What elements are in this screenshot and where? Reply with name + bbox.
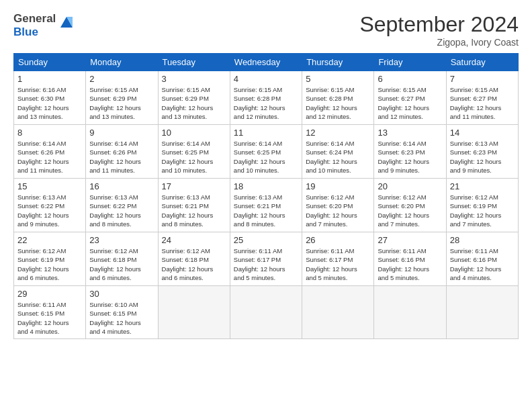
day-info: Sunrise: 6:16 AM Sunset: 6:30 PM Dayligh… [17,85,82,121]
day-info: Sunrise: 6:12 AM Sunset: 6:19 PM Dayligh… [17,246,82,282]
location: Zigopa, Ivory Coast [359,37,519,48]
calendar-cell: 12Sunrise: 6:14 AM Sunset: 6:24 PM Dayli… [302,125,374,179]
day-number: 26 [306,235,370,245]
day-number: 10 [162,128,226,138]
calendar-cell: 16Sunrise: 6:13 AM Sunset: 6:22 PM Dayli… [86,179,158,232]
calendar-cell: 8Sunrise: 6:14 AM Sunset: 6:26 PM Daylig… [14,125,86,179]
calendar-table: Sunday Monday Tuesday Wednesday Thursday… [13,53,519,339]
day-info: Sunrise: 6:15 AM Sunset: 6:27 PM Dayligh… [450,85,515,121]
calendar-cell: 17Sunrise: 6:13 AM Sunset: 6:21 PM Dayli… [158,179,230,232]
calendar-cell [158,286,230,339]
day-number: 9 [89,128,154,138]
calendar-cell: 27Sunrise: 6:11 AM Sunset: 6:16 PM Dayli… [374,232,446,286]
calendar-cell: 26Sunrise: 6:11 AM Sunset: 6:17 PM Dayli… [302,232,374,286]
day-number: 2 [89,74,154,84]
calendar-cell: 3Sunrise: 6:15 AM Sunset: 6:29 PM Daylig… [158,71,230,125]
header-sunday: Sunday [14,54,86,71]
day-info: Sunrise: 6:13 AM Sunset: 6:22 PM Dayligh… [17,193,82,228]
calendar-cell [374,286,446,339]
calendar-cell: 25Sunrise: 6:11 AM Sunset: 6:17 PM Dayli… [230,232,302,286]
calendar-cell: 15Sunrise: 6:13 AM Sunset: 6:22 PM Dayli… [14,179,86,232]
logo: General Blue [13,12,75,38]
day-number: 13 [378,128,442,138]
day-number: 1 [17,74,82,84]
day-info: Sunrise: 6:13 AM Sunset: 6:21 PM Dayligh… [234,193,298,228]
calendar-cell: 23Sunrise: 6:12 AM Sunset: 6:18 PM Dayli… [86,232,158,286]
calendar-cell: 10Sunrise: 6:14 AM Sunset: 6:25 PM Dayli… [158,125,230,179]
day-info: Sunrise: 6:11 AM Sunset: 6:16 PM Dayligh… [450,246,515,282]
day-info: Sunrise: 6:14 AM Sunset: 6:26 PM Dayligh… [17,139,82,175]
calendar-cell: 13Sunrise: 6:14 AM Sunset: 6:23 PM Dayli… [374,125,446,179]
day-info: Sunrise: 6:14 AM Sunset: 6:25 PM Dayligh… [234,139,298,175]
day-info: Sunrise: 6:10 AM Sunset: 6:15 PM Dayligh… [89,300,154,336]
day-number: 8 [17,128,82,138]
title-block: September 2024 Zigopa, Ivory Coast [359,12,519,48]
header-saturday: Saturday [446,54,518,71]
day-number: 27 [378,235,442,245]
day-info: Sunrise: 6:12 AM Sunset: 6:18 PM Dayligh… [162,246,226,282]
calendar-cell [302,286,374,339]
day-info: Sunrise: 6:12 AM Sunset: 6:19 PM Dayligh… [450,193,515,228]
day-number: 5 [306,74,370,84]
day-number: 24 [162,235,226,245]
day-info: Sunrise: 6:15 AM Sunset: 6:27 PM Dayligh… [378,85,442,121]
page: General Blue September 2024 Zigopa, Ivor… [0,0,532,411]
calendar-cell: 5Sunrise: 6:15 AM Sunset: 6:28 PM Daylig… [302,71,374,125]
calendar-cell: 22Sunrise: 6:12 AM Sunset: 6:19 PM Dayli… [14,232,86,286]
day-number: 21 [450,181,515,191]
day-info: Sunrise: 6:15 AM Sunset: 6:28 PM Dayligh… [306,85,370,121]
calendar-cell: 4Sunrise: 6:15 AM Sunset: 6:28 PM Daylig… [230,71,302,125]
header: General Blue September 2024 Zigopa, Ivor… [13,12,519,48]
calendar-cell: 24Sunrise: 6:12 AM Sunset: 6:18 PM Dayli… [158,232,230,286]
calendar-cell: 9Sunrise: 6:14 AM Sunset: 6:26 PM Daylig… [86,125,158,179]
calendar-cell: 19Sunrise: 6:12 AM Sunset: 6:20 PM Dayli… [302,179,374,232]
day-number: 22 [17,235,82,245]
day-number: 6 [378,74,442,84]
calendar-cell: 7Sunrise: 6:15 AM Sunset: 6:27 PM Daylig… [446,71,518,125]
day-info: Sunrise: 6:11 AM Sunset: 6:17 PM Dayligh… [234,246,298,282]
header-wednesday: Wednesday [230,54,302,71]
calendar-cell: 30Sunrise: 6:10 AM Sunset: 6:15 PM Dayli… [86,286,158,339]
day-info: Sunrise: 6:12 AM Sunset: 6:20 PM Dayligh… [378,193,442,228]
calendar-header-row: Sunday Monday Tuesday Wednesday Thursday… [14,54,519,71]
day-info: Sunrise: 6:14 AM Sunset: 6:25 PM Dayligh… [162,139,226,175]
calendar-cell: 20Sunrise: 6:12 AM Sunset: 6:20 PM Dayli… [374,179,446,232]
calendar-cell: 18Sunrise: 6:13 AM Sunset: 6:21 PM Dayli… [230,179,302,232]
day-info: Sunrise: 6:14 AM Sunset: 6:24 PM Dayligh… [306,139,370,175]
day-info: Sunrise: 6:12 AM Sunset: 6:18 PM Dayligh… [89,246,154,282]
calendar-cell: 28Sunrise: 6:11 AM Sunset: 6:16 PM Dayli… [446,232,518,286]
day-info: Sunrise: 6:12 AM Sunset: 6:20 PM Dayligh… [306,193,370,228]
day-number: 30 [89,289,154,299]
day-number: 19 [306,181,370,191]
calendar-cell: 2Sunrise: 6:15 AM Sunset: 6:29 PM Daylig… [86,71,158,125]
day-number: 7 [450,74,515,84]
calendar-cell: 21Sunrise: 6:12 AM Sunset: 6:19 PM Dayli… [446,179,518,232]
day-info: Sunrise: 6:13 AM Sunset: 6:22 PM Dayligh… [89,193,154,228]
month-title: September 2024 [359,12,519,37]
day-info: Sunrise: 6:13 AM Sunset: 6:23 PM Dayligh… [450,139,515,175]
day-info: Sunrise: 6:15 AM Sunset: 6:28 PM Dayligh… [234,85,298,121]
day-number: 3 [162,74,226,84]
calendar-cell: 14Sunrise: 6:13 AM Sunset: 6:23 PM Dayli… [446,125,518,179]
day-info: Sunrise: 6:14 AM Sunset: 6:23 PM Dayligh… [378,139,442,175]
day-number: 12 [306,128,370,138]
logo-blue: Blue [13,26,38,38]
calendar-cell: 1Sunrise: 6:16 AM Sunset: 6:30 PM Daylig… [14,71,86,125]
day-number: 11 [234,128,298,138]
day-number: 29 [17,289,82,299]
day-number: 25 [234,235,298,245]
day-number: 17 [162,181,226,191]
logo-general: General [13,12,56,25]
day-number: 28 [450,235,515,245]
day-info: Sunrise: 6:15 AM Sunset: 6:29 PM Dayligh… [162,85,226,121]
header-monday: Monday [86,54,158,71]
day-number: 23 [89,235,154,245]
day-info: Sunrise: 6:11 AM Sunset: 6:16 PM Dayligh… [378,246,442,282]
logo-icon [58,14,75,34]
calendar-cell: 29Sunrise: 6:11 AM Sunset: 6:15 PM Dayli… [14,286,86,339]
day-info: Sunrise: 6:14 AM Sunset: 6:26 PM Dayligh… [89,139,154,175]
day-info: Sunrise: 6:13 AM Sunset: 6:21 PM Dayligh… [162,193,226,228]
calendar-cell [230,286,302,339]
calendar-cell [446,286,518,339]
day-info: Sunrise: 6:15 AM Sunset: 6:29 PM Dayligh… [89,85,154,121]
